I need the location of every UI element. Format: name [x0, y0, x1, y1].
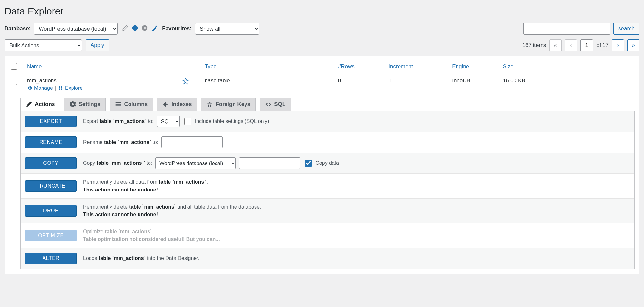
- col-type[interactable]: Type: [205, 63, 216, 70]
- truncate-button[interactable]: TRUNCATE: [25, 180, 77, 192]
- truncate-line1-object: table `mm_actions`: [159, 179, 206, 185]
- tab-indexes-label: Indexes: [171, 101, 192, 107]
- items-count: 167 items: [522, 42, 546, 49]
- svg-rect-7: [116, 104, 121, 105]
- edit-icon[interactable]: [122, 25, 129, 33]
- copy-target-db-select[interactable]: WordPress database (local): [155, 157, 236, 169]
- row-checkbox[interactable]: [11, 79, 17, 85]
- copy-object: table `mm_actions `: [97, 160, 145, 166]
- svg-rect-6: [116, 102, 121, 103]
- copy-prefix: Copy: [83, 160, 97, 166]
- copy-name-input[interactable]: [239, 157, 300, 169]
- svg-rect-8: [116, 105, 121, 106]
- add-icon[interactable]: [132, 25, 138, 33]
- grid-icon: [58, 86, 63, 91]
- last-page-button[interactable]: »: [627, 39, 639, 51]
- drop-line1-suffix: and all table data from the database.: [176, 204, 261, 209]
- favourites-label: Favourites:: [162, 25, 192, 32]
- col-name[interactable]: Name: [27, 63, 42, 70]
- truncate-line2: This action cannot be undone!: [83, 187, 158, 192]
- export-object: table `mm_actions`: [100, 118, 147, 124]
- database-select[interactable]: WordPress database (local): [34, 23, 118, 35]
- col-increment[interactable]: Increment: [389, 63, 413, 70]
- copy-data-label: Copy data: [315, 159, 339, 167]
- tab-actions-label: Actions: [35, 101, 55, 107]
- alter-prefix: Loads: [83, 256, 99, 261]
- explore-link[interactable]: Explore: [65, 85, 82, 91]
- export-format-select[interactable]: SQL: [157, 116, 180, 127]
- next-page-button[interactable]: ›: [612, 39, 624, 51]
- row-size: 16.00 KB: [498, 74, 639, 94]
- row-rows: 0: [333, 74, 384, 94]
- svg-rect-2: [59, 86, 60, 88]
- tab-foreign-keys[interactable]: Foreign Keys: [201, 98, 256, 111]
- row-type: base table: [200, 74, 333, 94]
- tab-sql[interactable]: SQL: [260, 98, 291, 111]
- drop-button[interactable]: DROP: [25, 205, 77, 217]
- include-settings-label: Include table settings (SQL only): [195, 117, 269, 125]
- alter-suffix: into the Data Designer.: [146, 256, 199, 261]
- first-page-button: «: [549, 39, 562, 51]
- rename-prefix: Rename: [83, 139, 104, 145]
- copy-button[interactable]: COPY: [25, 157, 77, 169]
- database-label: Database:: [5, 25, 31, 32]
- truncate-line1-suffix: .: [206, 179, 209, 185]
- tab-indexes[interactable]: Indexes: [157, 98, 197, 111]
- export-suffix: to:: [147, 118, 154, 124]
- search-input[interactable]: [523, 23, 610, 35]
- export-button[interactable]: EXPORT: [25, 116, 77, 127]
- prev-page-button: ‹: [565, 39, 577, 51]
- drop-line2: This action cannot be undone!: [83, 212, 158, 217]
- optimize-button[interactable]: OPTIMIZE: [25, 230, 77, 241]
- tab-foreign-keys-label: Foreign Keys: [216, 101, 250, 107]
- row-name: mm_actions: [27, 78, 57, 84]
- tab-columns[interactable]: Columns: [110, 98, 153, 111]
- tab-settings-label: Settings: [79, 101, 100, 107]
- page-number-input[interactable]: [580, 39, 593, 51]
- favourites-select[interactable]: Show all: [195, 23, 259, 35]
- optimize-line1-object: table `mm_actions`: [105, 229, 152, 234]
- bulk-actions-select[interactable]: Bulk Actions: [5, 39, 82, 51]
- table-header: Name Type #Rows Increment Engine Size: [5, 59, 639, 74]
- svg-rect-3: [61, 86, 62, 88]
- col-engine[interactable]: Engine: [452, 63, 469, 70]
- rename-input[interactable]: [161, 136, 223, 148]
- col-size[interactable]: Size: [503, 63, 514, 70]
- optimize-line1-prefix: Optimize: [83, 229, 105, 234]
- gears-icon: [27, 86, 32, 91]
- tab-settings[interactable]: Settings: [64, 98, 106, 111]
- truncate-line1-prefix: Permanently delete all data from: [83, 179, 159, 185]
- select-all-checkbox[interactable]: [11, 63, 17, 70]
- page-title: Data Explorer: [5, 6, 639, 17]
- copy-data-checkbox[interactable]: [305, 160, 312, 167]
- row-increment: 1: [384, 74, 447, 94]
- drop-line1-prefix: Permanently delete: [83, 204, 129, 209]
- tab-columns-label: Columns: [124, 101, 148, 107]
- alter-object: table `mm_actions`: [99, 256, 146, 261]
- apply-button[interactable]: Apply: [86, 39, 109, 51]
- svg-rect-4: [59, 88, 60, 90]
- rename-object: table `mm_actions`: [104, 139, 151, 145]
- star-icon[interactable]: [182, 78, 189, 86]
- search-button[interactable]: search: [613, 23, 639, 35]
- drop-line1-object: table `mm_actions`: [129, 204, 176, 209]
- include-settings-checkbox[interactable]: [184, 118, 191, 125]
- rename-button[interactable]: RENAME: [25, 136, 77, 148]
- table-row: mm_actions Manage | Explore: [5, 74, 639, 94]
- delete-icon[interactable]: [141, 25, 148, 33]
- optimize-line1-suffix: .: [152, 229, 153, 234]
- tab-sql-label: SQL: [274, 101, 285, 107]
- wizard-icon[interactable]: [151, 25, 158, 33]
- page-of-label: of 17: [596, 42, 609, 49]
- manage-link[interactable]: Manage: [34, 85, 53, 91]
- optimize-line2: Table optimization not considered useful…: [83, 237, 220, 242]
- rename-suffix: to:: [151, 139, 158, 145]
- row-engine: InnoDB: [447, 74, 498, 94]
- export-prefix: Export: [83, 118, 100, 124]
- copy-suffix: to:: [145, 160, 152, 166]
- alter-button[interactable]: ALTER: [25, 253, 77, 264]
- tab-actions[interactable]: Actions: [20, 98, 60, 111]
- col-rows[interactable]: #Rows: [338, 63, 355, 70]
- svg-rect-5: [61, 88, 62, 90]
